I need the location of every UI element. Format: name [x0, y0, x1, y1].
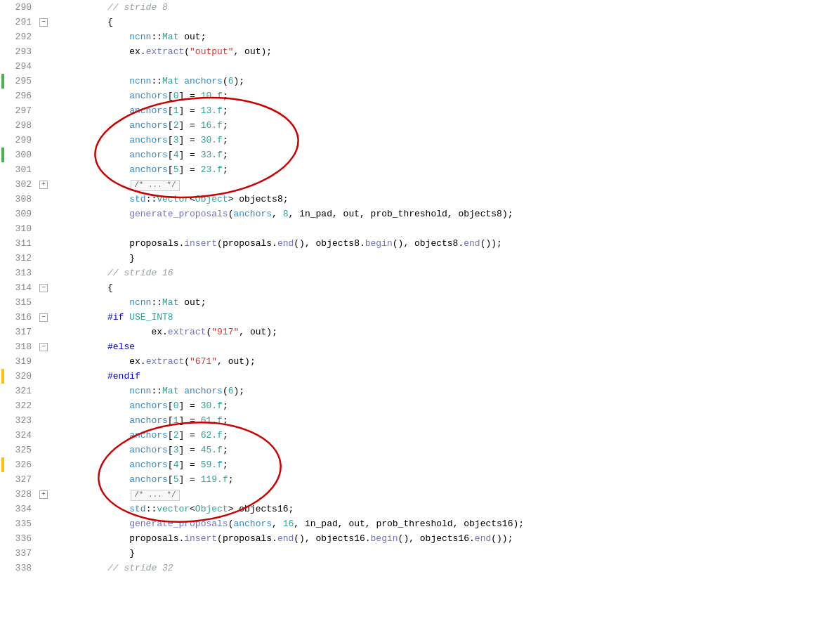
- linenum-294: 294: [6, 59, 37, 74]
- linenum-302: 302: [6, 177, 37, 192]
- linenum-301: 301: [6, 162, 37, 177]
- ind-300: [0, 148, 6, 162]
- linenum-308: 308: [6, 192, 37, 207]
- linenum-321: 321: [6, 384, 37, 398]
- fold-316[interactable]: −: [37, 313, 50, 322]
- linenum-290: 290: [6, 0, 37, 15]
- linenum-316: 316: [6, 310, 37, 325]
- linenum-334: 334: [6, 502, 37, 516]
- linenum-318: 318: [6, 339, 37, 354]
- linenum-326: 326: [6, 457, 37, 472]
- linenum-325: 325: [6, 443, 37, 457]
- ind-326: [0, 457, 6, 472]
- linenum-336: 336: [6, 531, 37, 546]
- line-309: 309 generate_proposals(anchors, 8, in_pa…: [0, 207, 840, 221]
- code-editor: 290 // stride 8 291 − { 292: [0, 0, 840, 619]
- linenum-315: 315: [6, 295, 37, 310]
- linenum-309: 309: [6, 207, 37, 221]
- linenum-312: 312: [6, 251, 37, 266]
- linenum-324: 324: [6, 428, 37, 443]
- linenum-291: 291: [6, 15, 37, 30]
- linenum-310: 310: [6, 221, 37, 236]
- fold-328[interactable]: +: [37, 490, 50, 499]
- fold-318[interactable]: −: [37, 343, 50, 351]
- linenum-292: 292: [6, 30, 37, 44]
- linenum-328: 328: [6, 487, 37, 502]
- fold-302[interactable]: +: [37, 181, 50, 189]
- line-293: 293 ex.extract("output", out);: [0, 44, 840, 59]
- fold-291[interactable]: −: [37, 18, 50, 27]
- linenum-322: 322: [6, 398, 37, 413]
- linenum-298: 298: [6, 118, 37, 133]
- linenum-300: 300: [6, 148, 37, 162]
- linenum-317: 317: [6, 325, 37, 339]
- linenum-320: 320: [6, 369, 37, 384]
- linenum-323: 323: [6, 413, 37, 428]
- line-338: 338 // stride 32: [0, 561, 840, 575]
- linenum-311: 311: [6, 236, 37, 251]
- fold-314[interactable]: −: [37, 284, 50, 292]
- ind-320: [0, 369, 6, 384]
- linenum-296: 296: [6, 89, 37, 103]
- ind-295: [0, 74, 6, 89]
- code-content: 290 // stride 8 291 − { 292: [0, 0, 840, 619]
- linenum-313: 313: [6, 266, 37, 280]
- linenum-295: 295: [6, 74, 37, 89]
- linenum-314: 314: [6, 280, 37, 295]
- linenum-319: 319: [6, 354, 37, 369]
- linenum-297: 297: [6, 103, 37, 118]
- code-338: // stride 32: [50, 546, 840, 590]
- linenum-337: 337: [6, 546, 37, 561]
- linenum-299: 299: [6, 133, 37, 148]
- linenum-338: 338: [6, 561, 37, 575]
- linenum-335: 335: [6, 516, 37, 531]
- linenum-293: 293: [6, 44, 37, 59]
- linenum-327: 327: [6, 472, 37, 487]
